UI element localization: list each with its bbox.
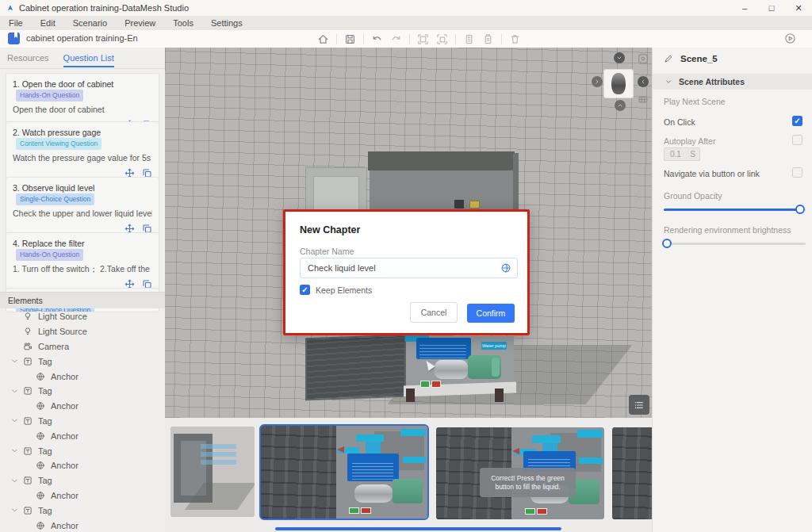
tree-item-label: Tag: [38, 416, 52, 426]
scene-thumbnail-3[interactable]: Correct! Press the green button to fill …: [436, 427, 604, 519]
water-pump-tag[interactable]: Water pump: [481, 342, 507, 350]
play-circle-button[interactable]: [784, 33, 796, 44]
gizmo-rotate-left-button[interactable]: [592, 76, 603, 87]
chevron-down-icon[interactable]: [10, 416, 19, 425]
maximize-button[interactable]: □: [758, 0, 785, 16]
menu-tools[interactable]: Tools: [164, 16, 202, 30]
autoplay-checkbox[interactable]: [792, 135, 802, 145]
tree-item-tag[interactable]: Tag: [0, 414, 165, 429]
ground-opacity-slider[interactable]: [664, 205, 806, 214]
tree-item-anchor[interactable]: Anchor: [0, 458, 165, 473]
brightness-slider[interactable]: [664, 239, 806, 248]
scene-attributes-section[interactable]: Scene Attributes: [653, 74, 812, 90]
title-bar: Cabinet operation training-DataMesh Stud…: [0, 0, 812, 17]
tree-item-label: Anchor: [51, 401, 79, 411]
question-list: 1. Open the door of cabinetHands-On Ques…: [0, 69, 165, 313]
keep-elements-row[interactable]: ✓ Keep Elements: [300, 285, 372, 295]
chapter-name-input[interactable]: [300, 258, 518, 278]
tree-item-tag[interactable]: Tag: [0, 473, 165, 488]
question-card[interactable]: 4. Replace the filterHands-On Question 1…: [6, 232, 159, 296]
tree-item-light[interactable]: Light Source: [0, 309, 165, 324]
filmstrip-scrollbar[interactable]: [275, 527, 561, 530]
instruction-panel[interactable]: [416, 338, 471, 359]
slider-thumb[interactable]: [662, 239, 672, 248]
keep-elements-label: Keep Elements: [316, 285, 372, 295]
green-button-3d[interactable]: [420, 381, 430, 388]
undo-button[interactable]: [371, 33, 383, 45]
cabinet-open-door-top[interactable]: [305, 167, 367, 211]
tree-item-camera[interactable]: Camera: [0, 339, 165, 354]
grid-view-icon[interactable]: [638, 94, 649, 105]
tree-item-label: Anchor: [51, 372, 79, 381]
tree-item-tag[interactable]: Tag: [0, 443, 165, 458]
tab-resources[interactable]: Resources: [0, 48, 56, 67]
app-logo-icon: [6, 4, 14, 12]
window-title: Cabinet operation training-DataMesh Stud…: [19, 3, 189, 13]
orientation-gizmo[interactable]: [604, 70, 633, 98]
chevron-down-icon[interactable]: [10, 357, 19, 366]
copy-button[interactable]: [463, 33, 475, 45]
focus-target-icon[interactable]: [638, 53, 649, 64]
gizmo-rotate-up-button[interactable]: [615, 100, 626, 111]
inspector-panel: Scene_5 Scene Attributes Play Next Scene…: [652, 48, 812, 532]
tree-item-anchor[interactable]: Anchor: [0, 428, 165, 443]
ungroup-button[interactable]: [436, 33, 448, 45]
cancel-button[interactable]: Cancel: [410, 302, 458, 323]
group-button[interactable]: [417, 33, 429, 45]
cabinet-open-door-bottom[interactable]: [305, 335, 406, 400]
pencil-icon[interactable]: [664, 54, 673, 63]
gizmo-rotate-right-button[interactable]: [638, 76, 649, 87]
menu-scenario[interactable]: Scenario: [64, 16, 116, 30]
keep-elements-checkbox[interactable]: ✓: [300, 285, 310, 295]
menu-settings[interactable]: Settings: [202, 16, 251, 30]
anchor-icon: [36, 431, 45, 441]
scene-list-button[interactable]: [629, 395, 649, 415]
red-button-3d[interactable]: [431, 381, 441, 388]
question-card[interactable]: 3. Observe liquid levelSingle-Choice Que…: [6, 177, 159, 240]
chevron-down-icon[interactable]: [10, 446, 19, 455]
menu-file[interactable]: File: [0, 16, 32, 30]
tree-item-tag[interactable]: Tag: [0, 354, 165, 369]
navigate-label: Navigate via button or link: [664, 169, 760, 178]
tag-icon: [23, 357, 33, 366]
tree-item-tag[interactable]: Tag: [0, 384, 165, 399]
tag-icon: [23, 446, 33, 456]
chevron-down-icon[interactable]: [10, 387, 19, 396]
menu-preview[interactable]: Preview: [116, 16, 164, 30]
redo-button[interactable]: [390, 33, 402, 45]
chevron-down-icon[interactable]: [10, 477, 19, 485]
metal-tank[interactable]: [434, 360, 469, 379]
chevron-down-icon[interactable]: [10, 506, 19, 515]
slider-thumb[interactable]: [795, 205, 805, 214]
on-click-checkbox[interactable]: ✓: [792, 116, 802, 126]
minimize-button[interactable]: –: [731, 0, 758, 16]
translate-icon[interactable]: [500, 262, 511, 274]
tab-question-list[interactable]: Question List: [56, 48, 121, 67]
scene-thumbnail-2-selected[interactable]: [259, 424, 429, 520]
chevron-down-icon: [616, 55, 622, 61]
confirm-button[interactable]: Confirm: [467, 304, 515, 323]
scene-thumbnail-1[interactable]: [170, 427, 255, 517]
save-button[interactable]: [344, 33, 356, 45]
menu-edit[interactable]: Edit: [32, 16, 64, 30]
cabinet-body-top[interactable]: [368, 151, 515, 170]
tree-item-anchor[interactable]: Anchor: [0, 369, 165, 384]
tree-item-anchor[interactable]: Anchor: [0, 518, 165, 532]
cabinet-body-face[interactable]: [370, 170, 513, 209]
tree-item-anchor[interactable]: Anchor: [0, 488, 165, 503]
delete-button[interactable]: [509, 33, 521, 45]
gizmo-collapse-button[interactable]: [614, 52, 625, 63]
tree-item-light[interactable]: Light Source: [0, 324, 165, 339]
home-button[interactable]: [317, 33, 329, 45]
question-card[interactable]: 2. Watch pressure gageContent Viewing Qu…: [6, 121, 159, 185]
scene-thumbnail-4[interactable]: [612, 427, 652, 519]
tree-item-anchor[interactable]: Anchor: [0, 399, 165, 414]
close-button[interactable]: ✕: [785, 0, 812, 16]
navigate-checkbox[interactable]: [792, 167, 802, 178]
project-name: cabinet operation training-En: [26, 33, 138, 43]
green-pump[interactable]: [468, 355, 501, 379]
tree-item-tag[interactable]: Tag: [0, 503, 165, 518]
tag-icon: [23, 386, 33, 396]
paste-button[interactable]: [482, 33, 494, 45]
play-next-scene-label: Play Next Scene: [664, 97, 726, 106]
